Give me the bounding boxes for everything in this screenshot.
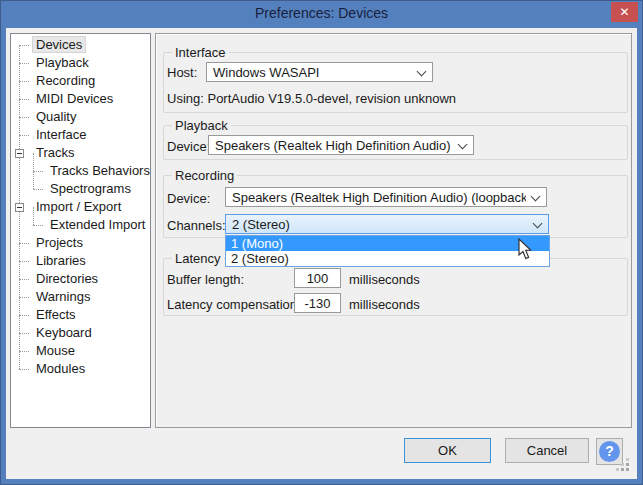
close-icon[interactable]: ✕: [611, 2, 638, 22]
category-tree: Devices Playback Recording MIDI Devices …: [10, 33, 151, 428]
using-text: Using: PortAudio V19.5.0-devel, revision…: [167, 91, 456, 106]
sidebar-item-recording[interactable]: Recording: [11, 72, 150, 90]
chevron-down-icon: [531, 192, 541, 202]
titlebar[interactable]: Preferences: Devices ✕: [0, 0, 643, 28]
sidebar-item-quality[interactable]: Quality: [11, 108, 150, 126]
channels-combobox[interactable]: 2 (Stereo): [225, 214, 549, 234]
recording-device-label: Device:: [167, 191, 210, 206]
latency-compensation-input[interactable]: [294, 293, 341, 313]
chevron-down-icon: [533, 219, 543, 229]
sidebar-item-playback[interactable]: Playback: [11, 54, 150, 72]
dropdown-option-stereo[interactable]: 2 (Stereo): [226, 251, 549, 266]
host-label: Host:: [167, 65, 197, 80]
playback-group-label: Playback: [172, 118, 231, 133]
chevron-down-icon: [417, 67, 427, 77]
latency-compensation-label: Latency compensation:: [167, 297, 301, 312]
dropdown-option-mono[interactable]: 1 (Mono): [226, 236, 549, 251]
dialog-title: Preferences: Devices: [0, 5, 643, 21]
latency-group-label: Latency: [172, 251, 224, 266]
playback-device-label: Device:: [167, 139, 210, 154]
sidebar-item-tracks[interactable]: Tracks: [11, 144, 150, 162]
help-button[interactable]: ?: [596, 438, 623, 465]
sidebar-item-extended-import[interactable]: Extended Import: [11, 216, 150, 234]
sidebar-item-projects[interactable]: Projects: [11, 234, 150, 252]
sidebar-item-devices[interactable]: Devices: [11, 36, 150, 54]
sidebar-item-tracks-behaviors[interactable]: Tracks Behaviors: [11, 162, 150, 180]
channels-dropdown-list: 1 (Mono) 2 (Stereo): [225, 235, 550, 267]
buffer-length-unit: milliseconds: [349, 272, 420, 287]
settings-panel: Interface Host: Windows WASAPI Using: Po…: [155, 33, 632, 428]
buffer-length-input[interactable]: [294, 268, 341, 288]
cancel-button[interactable]: Cancel: [505, 438, 589, 463]
sidebar-item-keyboard[interactable]: Keyboard: [11, 324, 150, 342]
interface-group-label: Interface: [172, 45, 229, 60]
sidebar-item-libraries[interactable]: Libraries: [11, 252, 150, 270]
sidebar-item-import-export[interactable]: Import / Export: [11, 198, 150, 216]
sidebar-item-mouse[interactable]: Mouse: [11, 342, 150, 360]
sidebar-item-modules[interactable]: Modules: [11, 360, 150, 378]
collapse-icon[interactable]: [15, 149, 24, 158]
latency-compensation-unit: milliseconds: [349, 297, 420, 312]
collapse-icon[interactable]: [15, 203, 24, 212]
sidebar-item-midi-devices[interactable]: MIDI Devices: [11, 90, 150, 108]
help-icon: ?: [599, 441, 620, 462]
ok-button[interactable]: OK: [404, 438, 491, 463]
buffer-length-label: Buffer length:: [167, 272, 244, 287]
chevron-down-icon: [458, 140, 468, 150]
sidebar-item-spectrograms[interactable]: Spectrograms: [11, 180, 150, 198]
sidebar-item-effects[interactable]: Effects: [11, 306, 150, 324]
host-combobox[interactable]: Windows WASAPI: [206, 62, 433, 82]
channels-label: Channels:: [167, 218, 226, 233]
recording-device-combobox[interactable]: Speakers (Realtek High Definition Audio)…: [225, 187, 547, 207]
sidebar-item-interface[interactable]: Interface: [11, 126, 150, 144]
preferences-dialog: Preferences: Devices ✕ Devices Playback …: [0, 0, 643, 485]
sidebar-item-directories[interactable]: Directories: [11, 270, 150, 288]
resize-grip[interactable]: [626, 468, 629, 471]
recording-group-label: Recording: [172, 168, 237, 183]
playback-device-combobox[interactable]: Speakers (Realtek High Definition Audio): [208, 135, 474, 155]
sidebar-item-warnings[interactable]: Warnings: [11, 288, 150, 306]
dialog-content: Devices Playback Recording MIDI Devices …: [6, 28, 637, 479]
